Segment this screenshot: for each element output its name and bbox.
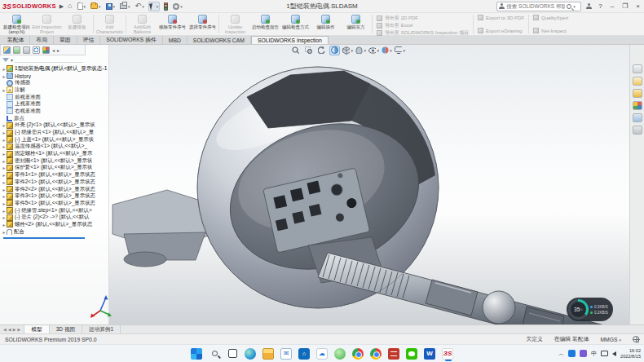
tree-item-sensors[interactable]: 传感器: [2, 79, 108, 86]
print-icon[interactable]: ▾: [119, 2, 131, 11]
edit-inspection-method-button[interactable]: 编辑检查方式: [280, 13, 311, 35]
view-settings-icon[interactable]: ▾: [395, 46, 405, 55]
undo-icon[interactable]: ↶▾: [135, 2, 145, 11]
export-3d-pdf[interactable]: Export to 3D PDF: [478, 15, 524, 20]
tray-shield-icon[interactable]: [580, 350, 587, 357]
tree-item-component[interactable]: ▸固定螺栓<1> (默认,<<默认>_显示: [2, 150, 108, 157]
export-excel[interactable]: 导出至 Excel: [377, 22, 469, 29]
rollback-bar[interactable]: [3, 237, 85, 239]
new-inspection-project-button[interactable]: 新建检查项目 (amp;N): [2, 13, 32, 35]
select-balloons-button[interactable]: 选择零件序号: [187, 13, 218, 35]
tree-item-component[interactable]: ▸外壳 (2)<1> (默认,<<默认>_显示状: [2, 122, 108, 130]
browser-ring-icon[interactable]: [352, 348, 364, 360]
tree-item-component[interactable]: ▸(-) 上盖<1> (默认,<<默认>_显示状: [2, 136, 108, 143]
wechat-icon[interactable]: [406, 348, 417, 360]
filter-caret-icon[interactable]: ▾: [11, 57, 13, 63]
tree-item-component[interactable]: ▸保护套<1> (默认,<<默认>_显示状: [2, 165, 108, 172]
tab-nav-arrows[interactable]: ◀◀▶▶: [0, 325, 24, 333]
tree-item-right-plane[interactable]: 右视基准面: [2, 108, 108, 115]
solidworks-resources-icon[interactable]: [633, 64, 642, 73]
save-icon[interactable]: ▾: [105, 2, 117, 11]
tree-item-front-plane[interactable]: 前视基准面: [2, 94, 108, 101]
configurationmanager-tab-icon[interactable]: [23, 46, 30, 54]
remove-balloons-button[interactable]: 移除零件序号: [157, 13, 187, 35]
tree-item-mates[interactable]: ▸配合: [2, 228, 108, 236]
word-icon[interactable]: W: [424, 348, 435, 360]
tree-item-top-plane[interactable]: 上视基准面: [2, 100, 108, 108]
section-view-icon[interactable]: [329, 46, 340, 55]
edit-measure-button[interactable]: 编辑实方: [341, 13, 371, 35]
taskbar-clock[interactable]: 16:02 2022/8/15: [620, 348, 641, 360]
export-edrawing[interactable]: Export eDrawing: [478, 28, 524, 33]
tab-3d-views[interactable]: 3D 视图: [50, 325, 82, 333]
globe-icon[interactable]: [633, 336, 639, 342]
tree-item-component[interactable]: ▸螺栓<2> (默认,<<默认>_显示状态: [2, 221, 108, 228]
tab-mbd[interactable]: MBD: [163, 36, 187, 44]
launch-inspection-report-button[interactable]: 启动检查报告: [250, 13, 280, 35]
tree-item-component[interactable]: ▸(-) 绝缘垫片<1> (默认,<<默认>_显: [2, 129, 108, 136]
tree-root-assembly[interactable]: ▸1型铠装热电偶 (默认<默认_显示状态-1: [2, 65, 108, 73]
solidworks-taskbar-icon[interactable]: ЗS: [442, 348, 453, 360]
tree-item-component[interactable]: ▸零件3<1> (默认,<<默认>_显示状态: [2, 192, 108, 200]
menu-flyout-arrow[interactable]: ▶: [60, 3, 64, 10]
tree-item-component[interactable]: ▸零件5<1> (默认,<<默认>_显示状态: [2, 200, 108, 207]
login-icon[interactable]: [586, 3, 592, 9]
edge-icon[interactable]: [245, 348, 256, 360]
new-template-button[interactable]: 新建模板: [62, 13, 92, 35]
tab-addins[interactable]: SOLIDWORKS 插件: [100, 36, 163, 44]
tray-chevron-icon[interactable]: ︿: [558, 350, 564, 358]
tree-item-component[interactable]: ▸零件1<1> (默认,<<默认>_显示状态: [2, 171, 108, 179]
home-icon[interactable]: ⌂: [67, 2, 73, 11]
hide-show-items-icon[interactable]: ▾: [368, 46, 379, 55]
tab-model[interactable]: 模型: [24, 325, 49, 333]
tree-item-history[interactable]: ▸History: [2, 73, 108, 80]
tab-scroll-right-icon[interactable]: ▸: [57, 47, 60, 53]
view-orientation-icon[interactable]: ▾: [342, 46, 353, 55]
tab-scroll-left-icon[interactable]: ◂: [52, 47, 55, 53]
tree-item-component[interactable]: ▸(-) 垫片 (2)<2> ->? (默认,<<默认: [2, 214, 108, 221]
tree-filter[interactable]: ▾: [0, 55, 86, 64]
tree-item-component[interactable]: ▸零件2<1> (默认,<<默认>_显示状态: [2, 179, 108, 186]
previous-view-icon[interactable]: [316, 46, 327, 55]
zoom-to-area-icon[interactable]: [303, 46, 314, 55]
tab-solidworks-cam[interactable]: SOLIDWORKS CAM: [187, 36, 251, 44]
help-search-box[interactable]: ▾: [496, 2, 581, 11]
add-characteristic-button[interactable]: Add Characteristic: [95, 13, 125, 35]
tray-blue-icon[interactable]: [568, 350, 576, 357]
tree-item-annotations[interactable]: ▸A注解: [2, 86, 108, 94]
tab-assembly[interactable]: 装配体: [2, 36, 30, 44]
tree-item-origin[interactable]: 原点: [2, 115, 108, 122]
tree-item-component[interactable]: ▸(-) 绝缘管.step<1> (默认,<<默认>: [2, 207, 108, 214]
net-inspect-button[interactable]: Net-Inspect: [533, 28, 568, 33]
tab-motion-study[interactable]: 运动算例1: [82, 325, 121, 333]
dimxpertmanager-tab-icon[interactable]: [33, 46, 40, 54]
tab-sketch[interactable]: 草图: [54, 36, 77, 44]
display-style-icon[interactable]: ▾: [355, 46, 366, 55]
taskbar-search-icon[interactable]: [209, 348, 220, 360]
task-view-icon[interactable]: [227, 348, 238, 360]
close-button[interactable]: ×: [634, 2, 642, 10]
new-document-icon[interactable]: ▾: [77, 2, 87, 11]
qualityxpert-button[interactable]: QualityXpert: [533, 15, 568, 20]
restore-button[interactable]: ❐: [620, 2, 629, 10]
ime-indicator[interactable]: 中: [591, 350, 597, 358]
rebuild-icon[interactable]: [163, 2, 169, 11]
edit-inspection-project-button[interactable]: Edit Inspection Project: [32, 13, 62, 35]
tree-item-component[interactable]: ▸零件2<2> (默认,<<默认>_显示状态: [2, 186, 108, 193]
displaymanager-tab-icon[interactable]: [42, 46, 50, 54]
units-selector[interactable]: MMGS ▾: [600, 337, 621, 342]
tree-item-component[interactable]: ▸温度传感器<1> (默认,<<默认>_: [2, 143, 108, 151]
help-button[interactable]: ?: [597, 2, 603, 10]
file-explorer-icon[interactable]: [633, 89, 642, 98]
update-inspection-project-button[interactable]: Update Inspection Project: [220, 13, 250, 35]
minimize-button[interactable]: –: [609, 2, 615, 10]
edit-operation-button[interactable]: 编辑操作: [311, 13, 341, 35]
custom-properties-icon[interactable]: [633, 126, 642, 135]
edit-appearance-icon[interactable]: ▾: [382, 46, 392, 55]
add-edit-balloons-button[interactable]: Add/Edit Balloons: [127, 13, 157, 35]
zoom-to-fit-icon[interactable]: [290, 46, 301, 55]
start-button[interactable]: [191, 348, 202, 360]
mail-icon[interactable]: ✉: [280, 348, 292, 360]
appearances-icon[interactable]: [633, 101, 642, 110]
tree-item-component[interactable]: ▸密封圈<1> (默认,<<默认>_显示状: [2, 157, 108, 165]
